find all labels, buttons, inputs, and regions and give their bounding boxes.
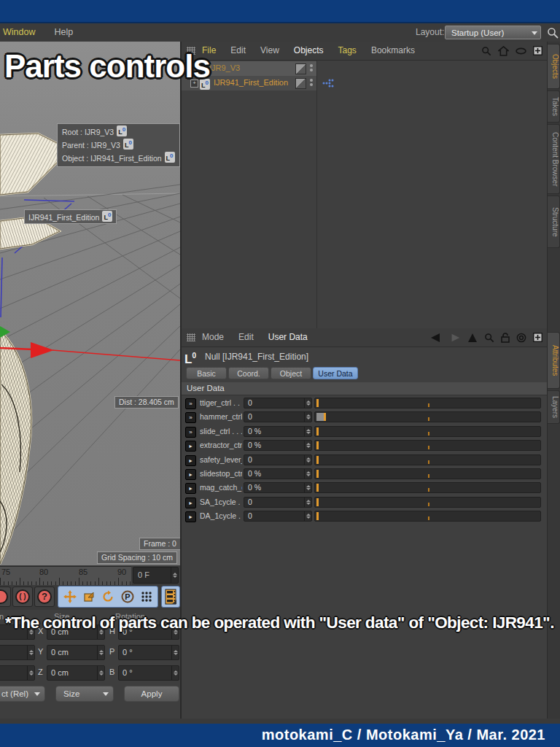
value-stepper[interactable] xyxy=(304,511,311,521)
userdata-slider[interactable] xyxy=(314,511,541,522)
target-icon[interactable] xyxy=(516,333,526,343)
om-menu-edit[interactable]: Edit xyxy=(230,42,246,60)
position-field-clipped[interactable] xyxy=(0,665,35,681)
userdata-slider[interactable] xyxy=(314,411,541,422)
panel-tab-objects[interactable]: Objects xyxy=(548,44,560,89)
userdata-value-field[interactable]: 0 xyxy=(244,398,312,409)
rotation-b-field[interactable]: 0 ° xyxy=(118,665,179,681)
userdata-value-field[interactable]: 0 xyxy=(244,454,312,465)
userdata-value-field[interactable]: 0 % xyxy=(244,482,312,493)
userdata-slider[interactable] xyxy=(314,497,541,508)
value-stepper[interactable] xyxy=(304,469,311,479)
xpresso-tag-icon[interactable] xyxy=(322,78,334,88)
slider-handle[interactable] xyxy=(316,427,319,436)
slider-handle[interactable] xyxy=(316,498,319,506)
userdata-value-field[interactable]: 0 % xyxy=(244,426,312,437)
value-stepper[interactable] xyxy=(304,398,311,408)
userdata-slider[interactable] xyxy=(314,440,541,451)
user-data-section-header[interactable]: User Data xyxy=(182,382,547,395)
slider-handle[interactable] xyxy=(316,441,319,449)
anim-play-icon[interactable]: ▸ xyxy=(185,511,196,522)
search-icon[interactable] xyxy=(481,46,491,56)
slider-handle[interactable] xyxy=(316,470,319,478)
slider-handle[interactable] xyxy=(316,456,319,464)
value-stepper[interactable] xyxy=(304,498,311,507)
anim-double-arrow-icon[interactable]: » xyxy=(185,427,196,438)
visibility-dots[interactable] xyxy=(310,79,313,88)
om-menu-view[interactable]: View xyxy=(260,42,279,60)
value-stepper[interactable] xyxy=(304,412,311,422)
anim-play-icon[interactable]: ▸ xyxy=(185,483,196,494)
record-parameter-icon[interactable]: P xyxy=(121,590,134,603)
panel-grip-icon[interactable] xyxy=(187,333,195,341)
userdata-value-field[interactable]: 0 xyxy=(244,411,312,422)
search-icon[interactable] xyxy=(484,333,494,343)
add-panel-icon[interactable] xyxy=(533,46,542,55)
userdata-value-field[interactable]: 0 % xyxy=(244,468,312,479)
record-pla-icon[interactable] xyxy=(141,591,152,603)
size-z-field[interactable]: 0 cm xyxy=(47,665,105,681)
layer-color-swatch[interactable] xyxy=(295,78,306,89)
value-stepper[interactable] xyxy=(304,441,311,450)
panel-tab-layers[interactable]: Layers xyxy=(548,390,560,424)
slider-handle[interactable] xyxy=(324,413,326,421)
up-icon[interactable] xyxy=(467,333,478,343)
userdata-value-field[interactable]: 0 xyxy=(244,511,312,522)
frame-stepper[interactable] xyxy=(171,568,178,583)
panel-tab-attributes[interactable]: Attributes xyxy=(548,332,560,389)
rotation-p-field[interactable]: 0 ° xyxy=(118,645,179,660)
record-position-icon[interactable] xyxy=(63,590,77,603)
am-menu-edit[interactable]: Edit xyxy=(238,328,254,347)
userdata-value-field[interactable]: 0 % xyxy=(244,440,312,451)
slider-handle[interactable] xyxy=(316,399,319,407)
coord-mode-dropdown[interactable]: ct (Rel) xyxy=(0,686,45,702)
anim-play-icon[interactable]: ▸ xyxy=(185,469,196,480)
column-divider[interactable] xyxy=(316,61,317,328)
value-stepper[interactable] xyxy=(304,427,311,436)
current-frame-field[interactable]: 0 F xyxy=(133,567,179,584)
eye-icon[interactable] xyxy=(516,47,526,55)
project-settings-button[interactable] xyxy=(161,586,180,608)
position-field-clipped[interactable] xyxy=(0,645,35,660)
visibility-dots[interactable] xyxy=(310,64,313,73)
anim-play-icon[interactable]: ▸ xyxy=(185,441,196,452)
userdata-slider[interactable] xyxy=(314,468,541,479)
viewport-object-label[interactable]: IJR941_First_EditionL0 xyxy=(24,209,117,224)
userdata-slider[interactable] xyxy=(314,426,541,437)
search-icon[interactable] xyxy=(547,27,559,39)
timeline-ruler[interactable]: 75808590 xyxy=(0,566,131,585)
slider-handle[interactable] xyxy=(316,484,319,492)
home-icon[interactable] xyxy=(498,46,509,56)
anim-play-icon[interactable]: ▸ xyxy=(185,498,196,508)
forward-icon[interactable] xyxy=(449,333,461,343)
layer-color-swatch[interactable] xyxy=(295,63,306,74)
userdata-value-field[interactable]: 0 xyxy=(244,497,312,508)
value-stepper[interactable] xyxy=(304,483,311,492)
userdata-slider[interactable] xyxy=(314,398,541,409)
panel-tab-structure[interactable]: Structure xyxy=(548,196,560,248)
size-y-field[interactable]: 0 cm xyxy=(47,645,105,660)
layout-select[interactable]: Startup (User) xyxy=(445,26,541,39)
om-menu-bookmarks[interactable]: Bookmarks xyxy=(371,42,415,60)
autokey-button[interactable]: ( ) xyxy=(12,587,33,607)
am-menu-mode[interactable]: Mode xyxy=(202,328,224,347)
size-dropdown[interactable]: Size xyxy=(55,686,114,702)
record-objects-button[interactable] xyxy=(0,587,11,607)
tab-coord[interactable]: Coord. xyxy=(228,367,269,379)
menu-window[interactable]: Window xyxy=(3,23,35,42)
back-icon[interactable] xyxy=(429,333,443,343)
tab-object[interactable]: Object xyxy=(271,367,311,379)
panel-tab-content-browser[interactable]: Content Browser xyxy=(548,124,560,194)
viewport-3d[interactable]: Root : IJR9_V3L0Parent : IJR9_V3L0Object… xyxy=(0,42,180,565)
anim-double-arrow-icon[interactable]: » xyxy=(185,412,196,423)
record-scale-icon[interactable] xyxy=(83,591,95,603)
tab-basic[interactable]: Basic xyxy=(186,367,227,379)
am-menu-user-data[interactable]: User Data xyxy=(268,328,308,347)
lock-icon[interactable] xyxy=(501,333,510,343)
value-stepper[interactable] xyxy=(304,455,311,465)
anim-double-arrow-icon[interactable]: » xyxy=(185,398,196,409)
userdata-slider[interactable] xyxy=(314,482,541,493)
om-menu-tags[interactable]: Tags xyxy=(338,42,357,60)
userdata-slider[interactable] xyxy=(314,454,541,465)
keyframe-help-button[interactable]: ? xyxy=(34,587,55,607)
